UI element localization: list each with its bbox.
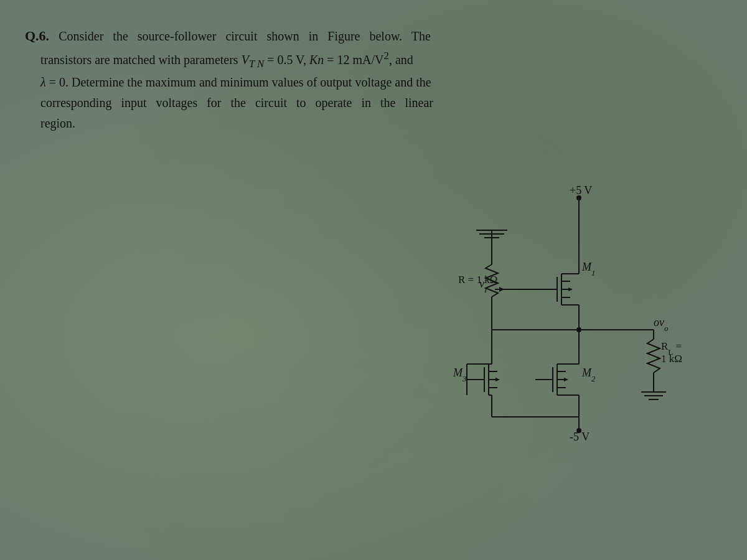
m2-label: M2 [581, 366, 596, 383]
question-line5: region. [25, 116, 75, 130]
r-label: R = 1 kΩ [458, 274, 497, 286]
svg-marker-61 [499, 287, 504, 292]
svg-marker-38 [564, 378, 568, 381]
question-line3: λ = 0. Determine the maximum and minimum… [25, 75, 431, 89]
circuit-diagram: +5 V M1 vI R = 1 kΩ ovo RL = 1 kΩ M2 M3 … [386, 180, 747, 460]
question-text: Q.6. Consider the source-follower circui… [25, 25, 710, 134]
question-label: Q.6. [25, 28, 49, 44]
svg-marker-13 [568, 287, 573, 291]
vdd-label: +5 V [570, 184, 592, 197]
m1-label: M1 [581, 261, 596, 278]
vss-label: -5 V [570, 431, 590, 443]
rl-value: 1 kΩ [661, 353, 682, 365]
vo-label: ovo [654, 316, 669, 333]
circuit-svg: +5 V M1 vI R = 1 kΩ ovo RL = 1 kΩ M2 M3 … [386, 180, 747, 460]
question-line1: Consider the source-follower circuit sho… [52, 29, 431, 43]
content-area: Q.6. Consider the source-follower circui… [25, 25, 722, 535]
question-line4: corresponding input voltages for the cir… [25, 96, 433, 110]
svg-marker-50 [496, 378, 500, 381]
m3-label: M3 [453, 366, 467, 383]
question-line2: transistors are matched with parameters … [25, 53, 413, 67]
